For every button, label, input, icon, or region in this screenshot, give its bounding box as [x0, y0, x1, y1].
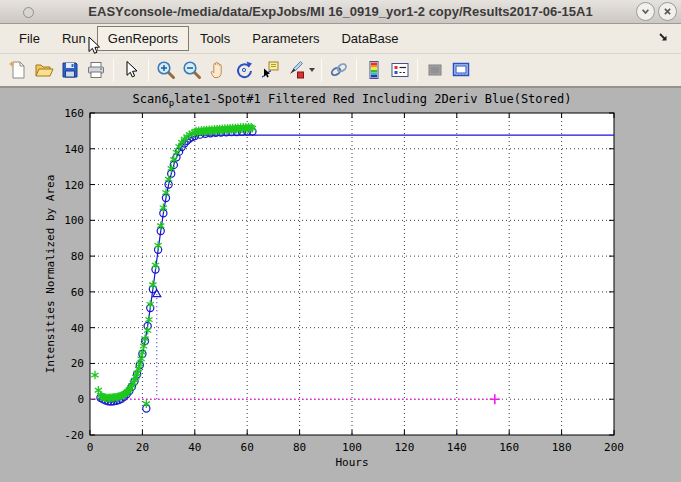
save-icon — [59, 59, 81, 81]
plot-axes[interactable]: 020406080100120140160180200-200204060801… — [0, 88, 681, 482]
brush-dropdown-caret[interactable] — [309, 68, 315, 72]
pan-button[interactable] — [205, 57, 231, 83]
menu-tools[interactable]: Tools — [189, 26, 241, 51]
toolbar-separator — [417, 59, 418, 82]
menu-genreports[interactable]: GenReports — [97, 26, 189, 51]
toolbar-separator — [113, 59, 114, 82]
new-document-icon — [7, 59, 29, 81]
x-tick-label: 200 — [604, 441, 624, 454]
x-tick-label: 40 — [188, 441, 201, 454]
menu-database[interactable]: DataBase — [330, 26, 409, 51]
menu-file[interactable]: File — [8, 26, 51, 51]
zoom-out-icon — [181, 59, 203, 81]
mouse-cursor-icon — [87, 36, 101, 56]
x-tick-label: 180 — [552, 441, 572, 454]
zoom-out-button[interactable] — [179, 57, 205, 83]
legend-icon — [389, 59, 411, 81]
brush-icon — [285, 59, 307, 81]
x-tick-label: 160 — [499, 441, 519, 454]
window-title: EASYconsole-/media/data/ExpJobs/MI 16_09… — [0, 4, 681, 19]
y-tick-label: 20 — [71, 357, 84, 370]
x-tick-label: 100 — [342, 441, 362, 454]
chevron-down-icon — [640, 6, 651, 17]
edit-plot-button[interactable] — [118, 57, 144, 83]
y-axis-label: Intensities Normalized by Area — [44, 175, 57, 374]
easyconsole-window: EASYconsole-/media/data/ExpJobs/MI 16_09… — [0, 0, 681, 482]
insert-colorbar-button[interactable] — [361, 57, 387, 83]
toolbar-separator — [356, 59, 357, 82]
open-folder-icon — [33, 59, 55, 81]
print-icon — [85, 59, 107, 81]
toolbar-separator — [148, 59, 149, 82]
x-tick-label: 0 — [87, 441, 94, 454]
menu-parameters[interactable]: Parameters — [241, 26, 330, 51]
zoom-in-icon — [155, 59, 177, 81]
y-tick-label: 100 — [64, 214, 84, 227]
rotate-3d-button[interactable] — [231, 57, 257, 83]
title-bar[interactable]: EASYconsole-/media/data/ExpJobs/MI 16_09… — [0, 0, 681, 24]
square-icon — [424, 59, 446, 81]
pointer-icon — [120, 59, 142, 81]
x-tick-label: 140 — [447, 441, 467, 454]
x-tick-label: 20 — [136, 441, 149, 454]
x-tick-label: 60 — [241, 441, 254, 454]
x-tick-label: 120 — [394, 441, 414, 454]
data-cursor-icon — [259, 59, 281, 81]
toolbar-separator — [321, 59, 322, 82]
y-tick-label: 140 — [64, 143, 84, 156]
menu-genreports-label: GenReports — [108, 31, 178, 46]
insert-legend-button[interactable] — [387, 57, 413, 83]
brush-data-button[interactable] — [283, 57, 309, 83]
link-icon — [328, 59, 350, 81]
figure-toolbar — [0, 54, 681, 88]
y-tick-label: 120 — [64, 179, 84, 192]
y-tick-label: 80 — [71, 250, 84, 263]
link-plot-button[interactable] — [326, 57, 352, 83]
save-figure-button[interactable] — [57, 57, 83, 83]
dock-icon — [450, 59, 472, 81]
print-figure-button[interactable] — [83, 57, 109, 83]
close-icon — [662, 6, 673, 17]
zoom-in-button[interactable] — [153, 57, 179, 83]
hide-plot-tools-button[interactable] — [422, 57, 448, 83]
y-tick-label: 40 — [71, 322, 84, 335]
data-cursor-button[interactable] — [257, 57, 283, 83]
y-tick-label: 0 — [77, 393, 84, 406]
new-figure-button[interactable] — [5, 57, 31, 83]
y-tick-label: 160 — [64, 107, 84, 120]
open-file-button[interactable] — [31, 57, 57, 83]
close-window-button[interactable] — [658, 2, 677, 21]
menu-bar: File Run GenReports Tools Parameters Dat… — [0, 24, 681, 54]
submenu-arrow-icon — [657, 31, 669, 43]
y-tick-label: 60 — [71, 286, 84, 299]
dock-figure-button[interactable] — [448, 57, 474, 83]
x-tick-label: 80 — [293, 441, 306, 454]
rotate-icon — [233, 59, 255, 81]
shade-window-button[interactable] — [636, 2, 655, 21]
menu-overflow-button[interactable] — [657, 31, 673, 46]
x-axis-label: Hours — [335, 456, 368, 469]
colorbar-icon — [363, 59, 385, 81]
y-tick-label: -20 — [64, 429, 84, 442]
hand-icon — [207, 59, 229, 81]
figure-canvas[interactable]: Scan6plate1-Spot#1 Filtered Red Includin… — [0, 88, 681, 482]
